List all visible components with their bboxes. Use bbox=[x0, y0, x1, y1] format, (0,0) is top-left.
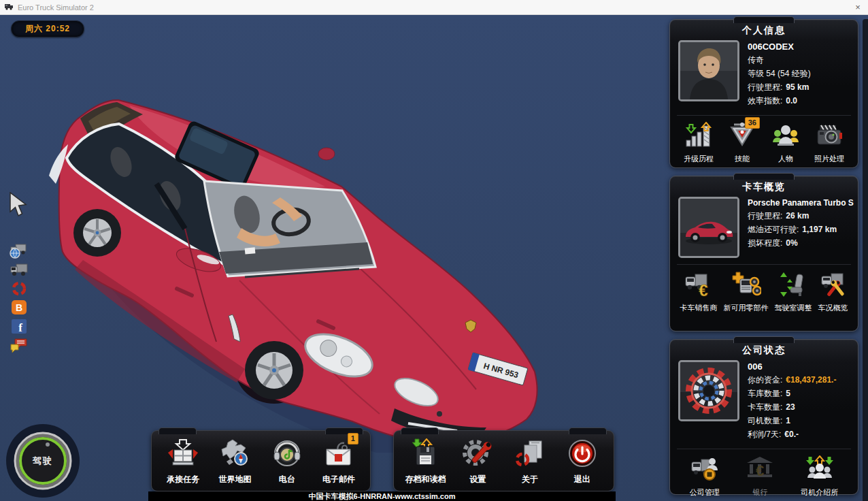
panel-tab bbox=[733, 173, 795, 180]
status-text: 中国卡车模拟6-HNRRAN-www.ctssim.com bbox=[309, 491, 456, 501]
take-job-icon bbox=[167, 438, 199, 471]
photo-mode-icon bbox=[814, 122, 844, 152]
personal-panel-title: 个人信息 bbox=[670, 25, 858, 37]
cab-adjust-icon bbox=[778, 271, 808, 301]
cab-adjust-button[interactable]: 驾驶室调整 bbox=[775, 271, 812, 313]
forum-icon[interactable] bbox=[9, 337, 29, 354]
player-name: 006CODEX bbox=[748, 42, 811, 52]
player-level: 等级 54 (54 经验) bbox=[748, 68, 811, 80]
bank-icon: € bbox=[745, 455, 775, 485]
panel-tab bbox=[733, 336, 795, 343]
status-bar: 中国卡车模拟6-HNRRAN-www.ctssim.com bbox=[148, 491, 616, 501]
level-history-icon bbox=[684, 122, 714, 152]
truck-panel-title: 卡车概览 bbox=[670, 181, 858, 193]
porsche-panamera-render: H NR 953 bbox=[41, 88, 558, 453]
truck-fuel-range-row: 燃油还可行驶:1,197 km bbox=[748, 224, 850, 236]
company-panel-title: 公司状态 bbox=[670, 344, 858, 357]
truck-condition-icon bbox=[818, 271, 848, 301]
driver-agency-button[interactable]: 司机介绍所 bbox=[801, 455, 838, 498]
efficiency-row: 效率指数:0.0 bbox=[748, 95, 811, 107]
svg-text:€: € bbox=[756, 462, 764, 479]
characters-icon bbox=[771, 122, 801, 152]
driven-distance-row: 行驶里程:95 km bbox=[748, 82, 811, 93]
truck-dealer-icon: € bbox=[684, 271, 714, 301]
world-map-icon bbox=[218, 438, 251, 471]
window-title: Euro Truck Simulator 2 bbox=[18, 3, 94, 12]
window-titlebar[interactable]: Euro Truck Simulator 2 × bbox=[0, 0, 868, 15]
bank-button[interactable]: € 银行 bbox=[745, 455, 775, 498]
settings-button[interactable]: 设置 bbox=[452, 438, 503, 485]
email-button[interactable]: 1 电子邮件 bbox=[314, 438, 364, 485]
game-time-badge: 周六 20:52 bbox=[11, 20, 84, 37]
personal-info-panel: 个人信息 006CODEX 传奇 等级 54 (54 经验) 行驶里程:95 k… bbox=[669, 19, 858, 168]
new-parts-icon bbox=[731, 271, 761, 301]
driver-agency-icon bbox=[805, 455, 835, 485]
toolbar-right: 存档和读档 设置 关于 退出 bbox=[393, 430, 614, 491]
save-load-button[interactable]: 存档和读档 bbox=[400, 438, 450, 485]
svg-text:f: f bbox=[18, 321, 22, 334]
photo-mode-button[interactable]: 照片处理 bbox=[814, 122, 844, 164]
level-history-button[interactable]: 升级历程 bbox=[684, 122, 714, 164]
drivers-count-row: 司机数量:1 bbox=[748, 415, 836, 427]
facebook-icon[interactable]: f bbox=[9, 318, 29, 335]
about-icon bbox=[514, 438, 546, 471]
truck-condition-button[interactable]: 车况概览 bbox=[818, 271, 848, 313]
truck-odometer-row: 行驶里程:26 km bbox=[748, 210, 850, 222]
company-management-button[interactable]: 公司管理 bbox=[690, 455, 720, 498]
skills-badge: 36 bbox=[745, 117, 760, 129]
svg-text:B: B bbox=[16, 302, 22, 313]
world-map-button[interactable]: 世界地图 bbox=[210, 438, 260, 485]
company-management-icon bbox=[690, 455, 720, 485]
front-wheel bbox=[245, 341, 303, 400]
truck-gallery-icon[interactable] bbox=[9, 261, 29, 278]
company-status-panel: 公司状态 006 你的资金:€18,437,281.- 车库数量:5 卡车数量:… bbox=[669, 339, 858, 495]
avatar bbox=[678, 40, 739, 101]
right-edge-strip bbox=[863, 19, 868, 501]
drive-button-label: 驾驶 bbox=[5, 423, 80, 498]
toolbar-left: 承接任务 世界地图 电台 1 电子邮件 bbox=[151, 430, 371, 491]
skills-button[interactable]: 36 技能 bbox=[727, 122, 757, 164]
company-name: 006 bbox=[748, 361, 836, 372]
settings-icon bbox=[461, 438, 494, 471]
close-icon[interactable]: × bbox=[852, 2, 864, 12]
company-logo bbox=[678, 360, 739, 421]
radio-button[interactable]: 电台 bbox=[262, 438, 312, 485]
world-of-trucks-icon[interactable] bbox=[9, 242, 29, 259]
scs-software-icon[interactable] bbox=[9, 280, 29, 297]
radio-icon bbox=[271, 438, 303, 471]
save-load-icon bbox=[409, 438, 441, 471]
exit-icon bbox=[566, 438, 599, 471]
vehicle-3d-view: H NR 953 bbox=[41, 88, 558, 453]
company-money-row: 你的资金:€18,437,281.- bbox=[748, 374, 836, 386]
truck-damage-row: 损坏程度:0% bbox=[748, 238, 850, 249]
panel-tab bbox=[733, 16, 795, 23]
exit-button[interactable]: 退出 bbox=[557, 438, 607, 485]
take-job-button[interactable]: 承接任务 bbox=[158, 438, 208, 485]
truck-model-name: Porsche Panamera Turbo S bbox=[748, 198, 850, 208]
new-parts-button[interactable]: 新可用零部件 bbox=[724, 271, 769, 313]
email-badge: 1 bbox=[348, 433, 358, 445]
truck-overview-panel: 卡车概览 Porsche Panamera Turbo S 行驶里程:26 km… bbox=[669, 176, 858, 332]
game-time-text: 周六 20:52 bbox=[25, 23, 70, 35]
trucks-count-row: 卡车数量:23 bbox=[748, 402, 836, 413]
rear-wheel bbox=[73, 209, 121, 257]
drive-button[interactable]: 驾驶 bbox=[5, 423, 80, 498]
app-icon bbox=[4, 1, 14, 14]
blogger-icon[interactable]: B bbox=[9, 299, 29, 316]
truck-dealer-button[interactable]: € 卡车销售商 bbox=[680, 271, 718, 313]
profit-row: 利润/7天:€0.- bbox=[748, 429, 836, 440]
svg-text:€: € bbox=[699, 281, 707, 298]
garages-count-row: 车库数量:5 bbox=[748, 388, 836, 400]
truck-thumbnail bbox=[678, 197, 739, 258]
mouse-cursor bbox=[10, 192, 27, 221]
social-sidebar: B f bbox=[9, 242, 29, 354]
player-rank: 传奇 bbox=[748, 54, 811, 66]
about-button[interactable]: 关于 bbox=[505, 438, 555, 485]
characters-button[interactable]: 人物 bbox=[771, 122, 801, 164]
